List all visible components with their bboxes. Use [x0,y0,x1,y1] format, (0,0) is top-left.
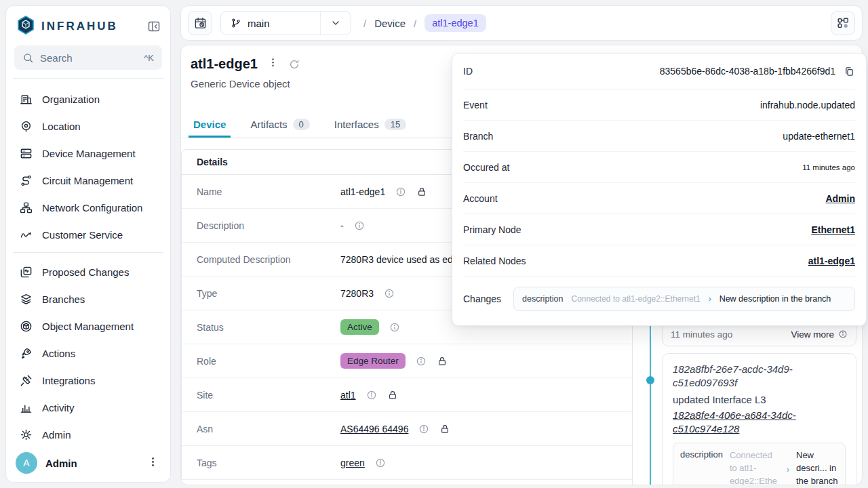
chevron-right-icon: › [709,294,711,304]
tab-device[interactable]: Device [193,110,226,138]
sidebar-item-object-management[interactable]: Object Management [14,312,162,340]
tab-interfaces[interactable]: Interfaces 15 [334,110,406,138]
search-shortcut: ^K [144,53,154,63]
popover-label: Event [463,100,488,110]
view-more-link[interactable]: View more [791,329,848,340]
detail-value: 7280R3 device used as edge [340,254,463,265]
detail-label: Asn [182,424,340,434]
popover-row-account: Account Admin [463,183,855,214]
scribble-icon [20,228,33,241]
sidebar-item-admin[interactable]: Admin [14,421,162,448]
account-link[interactable]: Admin [825,193,855,204]
info-icon[interactable] [395,186,406,197]
event-node-link[interactable]: 182a8fe4-406e-a684-34dc-c510c974e128 [673,409,846,436]
user-name: Admin [45,458,137,469]
popover-label: Branch [463,131,493,142]
info-icon[interactable] [384,288,395,299]
branch-selector-value: main [221,18,320,29]
sidebar-item-label: Proposed Changes [42,266,129,278]
bar-chart-icon [20,401,33,414]
page-kebab-icon[interactable] [269,58,277,70]
search-input[interactable]: Search ^K [14,45,162,70]
tab-label: Interfaces [334,119,379,130]
sidebar-item-circuit-management[interactable]: Circuit Management [14,167,162,194]
sidebar-item-label: Actions [42,348,75,359]
detail-label: Description [182,220,340,231]
event-details-popover: ID 83565b6e-86dc-4038-a18b-1fbb4266f9d1 … [452,53,867,326]
page-title: atl1-edge1 [191,56,258,72]
sidebar-divider [13,78,163,79]
sidebar-item-label: Customer Service [42,229,123,241]
sidebar-item-label: Admin [42,429,71,441]
sidebar-item-organization[interactable]: Organization [14,85,162,113]
sidebar-collapse-icon[interactable] [147,20,161,33]
sidebar-group-divider [13,252,163,253]
sidebar-item-proposed-changes[interactable]: Proposed Changes [14,258,162,285]
sidebar-item-customer-service[interactable]: Customer Service [14,221,162,248]
change-old-value: Connected to atl1-edge2::Ethernet1 [572,294,701,304]
sidebar-item-location[interactable]: Location [14,113,162,140]
brand[interactable]: INFRAHUB [16,15,118,38]
popover-label: ID [463,66,473,77]
detail-row-tags-2: red [182,480,632,485]
sidebar-item-integrations[interactable]: Integrations [14,367,162,394]
info-icon[interactable] [354,220,365,231]
sidebar-item-actions[interactable]: Actions [14,340,162,367]
lock-icon [387,390,398,401]
popover-value: infrahub.node.updated [760,100,855,110]
popover-row-changes: Changes description Connected to atl1-ed… [463,277,855,321]
branch-selector-caret[interactable] [320,12,351,35]
breadcrumb-device[interactable]: Device [374,18,406,29]
related-nodes-link[interactable]: atl1-edge1 [808,256,855,266]
date-picker-button[interactable] [188,11,212,35]
search-placeholder: Search [40,52,138,64]
sidebar-nav-group-1: Organization Location Device Management … [14,85,162,248]
lock-icon [416,186,427,197]
change-new-value: New descri... in the branch [796,449,838,485]
detail-label: Computed Description [182,254,340,265]
info-icon[interactable] [418,424,429,434]
sidebar-item-label: Branches [42,293,85,305]
tab-artifacts[interactable]: Artifacts 0 [250,110,309,138]
popover-value: 11 minutes ago [802,163,855,171]
schema-button[interactable] [831,11,855,35]
info-icon[interactable] [366,390,377,401]
user-row[interactable]: A Admin [14,449,162,474]
sidebar-header: INFRAHUB [14,13,162,40]
view-more-label: View more [791,329,834,340]
change-property: description [522,294,563,304]
lock-icon [439,424,450,434]
detail-label: Type [182,288,340,299]
popover-row-id: ID 83565b6e-86dc-4038-a18b-1fbb4266f9d1 [463,54,855,89]
info-icon[interactable] [389,322,400,333]
detail-value: atl1-edge1 [340,186,385,197]
asn-link[interactable]: AS64496 64496 [340,424,408,434]
sidebar-item-label: Location [42,121,81,132]
tag-link[interactable]: green [340,458,365,468]
breadcrumb-current[interactable]: atl1-edge1 [425,14,486,32]
network-icon [20,201,33,214]
sidebar-item-device-management[interactable]: Device Management [14,140,162,167]
sidebar-nav-group-2: Proposed Changes Branches Object Managem… [14,258,162,448]
sidebar-item-network-configuration[interactable]: Network Configuration [14,194,162,221]
tab-badge: 15 [384,119,406,130]
detail-label: Site [182,390,340,401]
info-icon[interactable] [416,356,427,367]
primary-node-link[interactable]: Ethernet1 [811,224,855,235]
change-new-value: New description in the branch [719,294,831,304]
sidebar-item-branches[interactable]: Branches [14,285,162,312]
page-header: atl1-edge1 Generic Device object [191,56,300,89]
info-icon[interactable] [375,458,386,468]
refresh-icon[interactable] [288,58,300,70]
timeline-dot [646,376,654,384]
timeline-timestamp: 11 minutes ago [671,329,732,340]
site-link[interactable]: atl1 [340,390,356,401]
user-menu-kebab-icon[interactable] [145,453,161,473]
sidebar-item-activity[interactable]: Activity [14,394,162,421]
branch-selector[interactable]: main [220,11,351,35]
detail-row-site: Site atl1 [182,378,632,412]
location-icon [20,120,33,133]
event-id: 182a8fbf-26e7-acdc-34d9-c51ed097693f [673,363,846,390]
copy-icon[interactable] [844,66,855,77]
detail-row-tags: Tags green [182,446,632,480]
